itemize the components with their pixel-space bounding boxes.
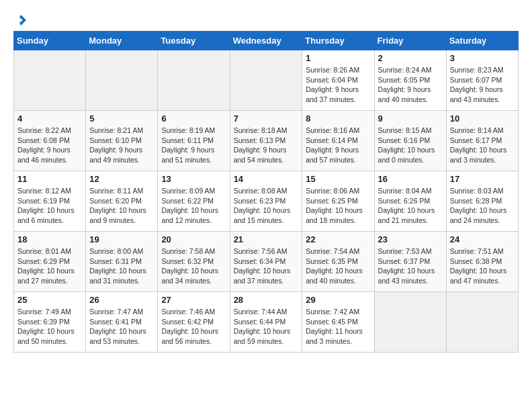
day-info: Sunrise: 8:26 AMSunset: 6:04 PMDaylight:…: [306, 65, 370, 105]
day-cell: 7Sunrise: 8:18 AMSunset: 6:13 PMDaylight…: [230, 111, 302, 171]
day-number: 3: [450, 53, 515, 63]
day-number: 26: [89, 295, 154, 305]
day-cell: 28Sunrise: 7:44 AMSunset: 6:44 PMDayligh…: [230, 292, 302, 353]
day-info: Sunrise: 8:01 AMSunset: 6:29 PMDaylight:…: [17, 246, 82, 286]
day-info: Sunrise: 8:22 AMSunset: 6:08 PMDaylight:…: [17, 126, 82, 165]
day-info: Sunrise: 8:19 AMSunset: 6:11 PMDaylight:…: [161, 126, 226, 165]
day-cell: 6Sunrise: 8:19 AMSunset: 6:11 PMDaylight…: [158, 111, 230, 171]
day-number: 9: [378, 113, 443, 124]
header-cell-thursday: Thursday: [302, 32, 374, 50]
svg-marker-0: [19, 15, 26, 26]
day-number: 4: [17, 113, 82, 124]
day-cell: 11Sunrise: 8:12 AMSunset: 6:19 PMDayligh…: [14, 171, 86, 232]
day-info: Sunrise: 8:24 AMSunset: 6:05 PMDaylight:…: [378, 65, 443, 105]
day-info: Sunrise: 8:03 AMSunset: 6:28 PMDaylight:…: [450, 186, 515, 226]
day-number: 16: [378, 174, 443, 184]
header-cell-friday: Friday: [374, 32, 446, 50]
day-info: Sunrise: 7:46 AMSunset: 6:42 PMDaylight:…: [161, 307, 226, 347]
day-info: Sunrise: 7:53 AMSunset: 6:37 PMDaylight:…: [378, 246, 443, 286]
day-number: 22: [306, 234, 370, 244]
header-cell-tuesday: Tuesday: [158, 32, 230, 50]
week-row-4: 25Sunrise: 7:49 AMSunset: 6:39 PMDayligh…: [14, 292, 519, 353]
day-cell: 21Sunrise: 7:56 AMSunset: 6:34 PMDayligh…: [230, 232, 302, 292]
day-cell: 12Sunrise: 8:11 AMSunset: 6:20 PMDayligh…: [86, 171, 158, 232]
week-row-1: 4Sunrise: 8:22 AMSunset: 6:08 PMDaylight…: [14, 111, 519, 171]
week-row-3: 18Sunrise: 8:01 AMSunset: 6:29 PMDayligh…: [14, 232, 519, 292]
calendar-table: SundayMondayTuesdayWednesdayThursdayFrid…: [13, 31, 519, 353]
day-number: 7: [234, 113, 299, 124]
day-number: 12: [89, 174, 154, 184]
day-cell: [374, 292, 446, 353]
day-number: 28: [234, 295, 299, 305]
day-number: 25: [17, 295, 82, 305]
day-number: 21: [234, 234, 299, 244]
day-number: 15: [306, 174, 370, 184]
day-cell: 19Sunrise: 8:00 AMSunset: 6:31 PMDayligh…: [86, 232, 158, 292]
day-info: Sunrise: 8:14 AMSunset: 6:17 PMDaylight:…: [450, 126, 515, 165]
day-cell: [230, 50, 302, 111]
logo: [13, 13, 28, 24]
day-number: 10: [450, 113, 515, 124]
calendar-header: SundayMondayTuesdayWednesdayThursdayFrid…: [14, 32, 519, 50]
day-info: Sunrise: 7:42 AMSunset: 6:45 PMDaylight:…: [306, 307, 370, 347]
day-cell: [158, 50, 230, 111]
day-cell: 18Sunrise: 8:01 AMSunset: 6:29 PMDayligh…: [14, 232, 86, 292]
day-cell: 17Sunrise: 8:03 AMSunset: 6:28 PMDayligh…: [446, 171, 518, 232]
day-info: Sunrise: 8:15 AMSunset: 6:16 PMDaylight:…: [378, 126, 443, 165]
day-number: 2: [378, 53, 443, 63]
header-cell-monday: Monday: [86, 32, 158, 50]
day-cell: [14, 50, 86, 111]
day-cell: 3Sunrise: 8:23 AMSunset: 6:07 PMDaylight…: [446, 50, 518, 111]
day-cell: [86, 50, 158, 111]
day-cell: 2Sunrise: 8:24 AMSunset: 6:05 PMDaylight…: [374, 50, 446, 111]
day-info: Sunrise: 7:49 AMSunset: 6:39 PMDaylight:…: [17, 307, 82, 347]
day-cell: 26Sunrise: 7:47 AMSunset: 6:41 PMDayligh…: [86, 292, 158, 353]
day-number: 17: [450, 174, 515, 184]
day-info: Sunrise: 8:18 AMSunset: 6:13 PMDaylight:…: [234, 126, 299, 165]
header-row: SundayMondayTuesdayWednesdayThursdayFrid…: [14, 32, 519, 50]
day-info: Sunrise: 8:21 AMSunset: 6:10 PMDaylight:…: [89, 126, 154, 165]
day-number: 11: [17, 174, 82, 184]
day-info: Sunrise: 8:08 AMSunset: 6:23 PMDaylight:…: [234, 186, 299, 226]
day-number: 14: [234, 174, 299, 184]
day-cell: 13Sunrise: 8:09 AMSunset: 6:22 PMDayligh…: [158, 171, 230, 232]
day-cell: 16Sunrise: 8:04 AMSunset: 6:26 PMDayligh…: [374, 171, 446, 232]
day-info: Sunrise: 7:56 AMSunset: 6:34 PMDaylight:…: [234, 246, 299, 286]
day-number: 24: [450, 234, 515, 244]
day-info: Sunrise: 8:06 AMSunset: 6:25 PMDaylight:…: [306, 186, 370, 226]
day-number: 8: [306, 113, 370, 124]
week-row-2: 11Sunrise: 8:12 AMSunset: 6:19 PMDayligh…: [14, 171, 519, 232]
day-info: Sunrise: 8:23 AMSunset: 6:07 PMDaylight:…: [450, 65, 515, 105]
day-cell: 9Sunrise: 8:15 AMSunset: 6:16 PMDaylight…: [374, 111, 446, 171]
day-info: Sunrise: 8:04 AMSunset: 6:26 PMDaylight:…: [378, 186, 443, 226]
day-number: 20: [161, 234, 226, 244]
day-number: 23: [378, 234, 443, 244]
day-info: Sunrise: 7:44 AMSunset: 6:44 PMDaylight:…: [234, 307, 299, 347]
day-cell: 1Sunrise: 8:26 AMSunset: 6:04 PMDaylight…: [302, 50, 374, 111]
day-number: 6: [161, 113, 226, 124]
day-number: 29: [306, 295, 370, 305]
day-info: Sunrise: 8:11 AMSunset: 6:20 PMDaylight:…: [89, 186, 154, 226]
day-cell: 20Sunrise: 7:58 AMSunset: 6:32 PMDayligh…: [158, 232, 230, 292]
day-info: Sunrise: 8:12 AMSunset: 6:19 PMDaylight:…: [17, 186, 82, 226]
day-info: Sunrise: 7:58 AMSunset: 6:32 PMDaylight:…: [161, 246, 226, 286]
day-cell: 27Sunrise: 7:46 AMSunset: 6:42 PMDayligh…: [158, 292, 230, 353]
day-info: Sunrise: 8:16 AMSunset: 6:14 PMDaylight:…: [306, 126, 370, 165]
day-info: Sunrise: 8:00 AMSunset: 6:31 PMDaylight:…: [89, 246, 154, 286]
day-info: Sunrise: 8:09 AMSunset: 6:22 PMDaylight:…: [161, 186, 226, 226]
logo-icon: [14, 13, 28, 27]
day-cell: 25Sunrise: 7:49 AMSunset: 6:39 PMDayligh…: [14, 292, 86, 353]
day-number: 13: [161, 174, 226, 184]
day-number: 27: [161, 295, 226, 305]
day-cell: 29Sunrise: 7:42 AMSunset: 6:45 PMDayligh…: [302, 292, 374, 353]
page-header: [13, 13, 519, 24]
week-row-0: 1Sunrise: 8:26 AMSunset: 6:04 PMDaylight…: [14, 50, 519, 111]
day-number: 18: [17, 234, 82, 244]
day-cell: 10Sunrise: 8:14 AMSunset: 6:17 PMDayligh…: [446, 111, 518, 171]
day-cell: 4Sunrise: 8:22 AMSunset: 6:08 PMDaylight…: [14, 111, 86, 171]
day-info: Sunrise: 7:54 AMSunset: 6:35 PMDaylight:…: [306, 246, 370, 286]
day-cell: 24Sunrise: 7:51 AMSunset: 6:38 PMDayligh…: [446, 232, 518, 292]
header-cell-sunday: Sunday: [14, 32, 86, 50]
day-number: 19: [89, 234, 154, 244]
header-cell-saturday: Saturday: [446, 32, 518, 50]
